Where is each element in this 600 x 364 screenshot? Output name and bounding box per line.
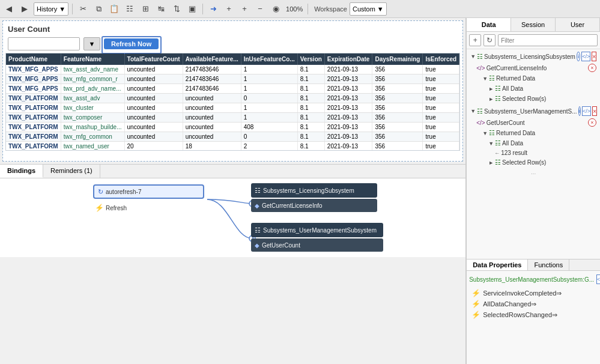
selected-rows-label2: Selected Row(s) [502,159,546,166]
paste-button[interactable]: 📋 [108,2,121,16]
usermgmt-close-btn[interactable]: × [592,106,597,116]
service2-sub-node[interactable]: ◆ GetUserCount [251,238,383,252]
table-row: TWX_MFG_APPStwx_asst_adv_nameuncounted21… [6,65,459,74]
get-usercount-close-btn[interactable]: × [588,118,596,127]
service1-node[interactable]: ☷ Subsystems_LicensingSubsystem [251,183,377,198]
table-cell: 2021-09-13 [324,84,372,94]
usermgmt-share-btn[interactable]: </> [582,106,591,116]
workspace-dropdown[interactable]: Custom ▼ [350,2,387,16]
service1-label: Subsystems_LicensingSubsystem [263,187,354,194]
cut-button[interactable]: ✂ [76,2,89,16]
table-cell: twx_cluster [61,103,124,113]
licensing-share-btn[interactable]: </> [581,52,590,61]
table-cell: 2021-09-13 [324,142,372,151]
expand7-icon: ▼ [488,141,494,147]
props-share-btn[interactable]: <> [596,275,600,284]
arrow-icon: ← [494,150,500,156]
tab-reminders[interactable]: Reminders (1) [43,165,100,178]
all-data-row2[interactable]: ▼ ☷ All Data [468,138,599,148]
table-cell: uncounted [183,103,241,113]
table-cell: 356 [372,142,423,151]
table3-icon: ☷ [495,85,501,93]
right-content: ▼ ☷ Subsystems_LicensingSubsystem i </> … [467,49,600,259]
selected-rows-row2[interactable]: ► ☷ Selected Row(s) [468,157,599,168]
tab-bindings[interactable]: Bindings [0,165,43,178]
zoom-out-button[interactable]: − [253,2,267,16]
add-button[interactable]: + [222,2,235,16]
all-data-row1[interactable]: ► ☷ All Data [468,83,599,94]
refresh-flow-label: ⚡ Refresh [95,204,127,212]
align-button[interactable]: ↹ [154,2,168,16]
get-usercount-row[interactable]: </> GetUserCount × [468,117,599,128]
licensing-info-btn[interactable]: i [577,52,580,61]
refresh-icon: ↻ [98,188,103,196]
all-data-label2: All Data [502,140,523,147]
tab-functions[interactable]: Functions [528,259,569,270]
table-cell: 408 [241,123,297,132]
format-button[interactable]: ☷ [123,2,136,16]
back-button[interactable]: ◀ [2,2,16,16]
get-usercount-label: GetUserCount [486,120,587,126]
autorefresh-node[interactable]: ↻ autorefresh-7 [93,184,204,199]
table-cell: 2021-09-13 [324,123,372,132]
service2-node[interactable]: ☷ Subsystems_UserManagementSubsystem [251,223,383,237]
view-button[interactable]: ▣ [186,2,199,16]
usermgmt-info-btn[interactable]: i [578,106,581,116]
grid-button[interactable]: ⊞ [139,2,152,16]
section-licensing-header[interactable]: ▼ ☷ Subsystems_LicensingSubsystem i </> … [468,50,599,62]
table8-icon: ☷ [495,159,501,166]
table-cell: 2 [241,142,297,151]
returned-data-row1[interactable]: ▼ ☷ Returned Data [468,73,599,83]
table-row: TWX_MFG_APPStwx_mfg_common_runcounted214… [6,74,459,84]
dropdown-button[interactable]: ▼ [83,37,100,50]
copy-button[interactable]: ⧉ [92,2,105,16]
divider2 [202,4,203,14]
get-license-row[interactable]: </> GetCurrentLicenseInfo × [468,62,599,73]
tab-user[interactable]: User [556,18,600,31]
service2-sub-icon: ◆ [255,242,259,249]
widget-controls: ▼ Refresh Now [3,35,462,53]
service1-sub-node[interactable]: ◆ GetCurrentLicenseInfo [251,199,377,212]
filter-input[interactable] [8,37,80,50]
events-list: ⚡ServiceInvokeCompleted⇒⚡AllDataChanged⇒… [469,288,598,320]
tree-filter-input[interactable] [498,34,598,46]
returned-data-row2[interactable]: ▼ ☷ Returned Data [468,128,599,138]
add-tree-button[interactable]: + [469,34,481,46]
sort-button[interactable]: ⇅ [170,2,183,16]
table-cell: 356 [372,74,423,84]
code-icon: </> [476,65,485,71]
pointer-button[interactable]: ➜ [207,2,220,16]
bindings-panel: Bindings Reminders (1) [0,164,465,257]
table-cell: 18 [183,142,241,151]
table-cell: 1 [241,65,297,74]
selected-rows-row1[interactable]: ► ☷ Selected Row(s) [468,94,599,104]
table-row: TWX_PLATFORMtwx_mashup_builde...uncounte… [6,123,459,132]
right-panel: Data Session User + ↻ ▼ ☷ Subsystems_Lic… [466,18,600,364]
table-row: TWX_PLATFORMtwx_clusteruncounteduncounte… [6,103,459,113]
tab-data[interactable]: Data [467,18,511,31]
licensing-close-btn[interactable]: × [592,52,596,61]
props-service-row: Subsystems_UserManagementSubsystem:G... … [469,273,598,288]
refresh-tree-button[interactable]: ↻ [483,34,495,46]
history-dropdown[interactable]: History ▼ [34,2,68,16]
table-cell: TWX_PLATFORM [6,123,61,132]
tab-data-properties[interactable]: Data Properties [467,259,528,270]
table-cell: TWX_PLATFORM [6,113,61,123]
get-license-close-btn[interactable]: × [588,64,596,72]
refresh-now-button[interactable]: Refresh Now [104,38,159,49]
forward-button[interactable]: ▶ [18,2,31,16]
workspace-value: Custom [353,5,375,13]
section-usermgmt-header[interactable]: ▼ ☷ Subsystems_UserManagementS... i </> … [468,105,599,117]
table-cell: uncounted [124,84,183,94]
tab-session[interactable]: Session [511,18,556,31]
service2-icon: ☷ [255,226,261,234]
connector-svg: × × [0,178,465,257]
zoom-in-button[interactable]: + [238,2,251,16]
event-row: ⚡AllDataChanged⇒ [469,299,598,309]
table-cell: uncounted [124,113,183,123]
fit-button[interactable]: ◉ [269,2,282,16]
table-cell: TWX_PLATFORM [6,142,61,151]
table-cell: uncounted [124,103,183,113]
event-label: AllDataChanged⇒ [483,300,536,308]
table-cell: 8.1 [297,123,324,132]
